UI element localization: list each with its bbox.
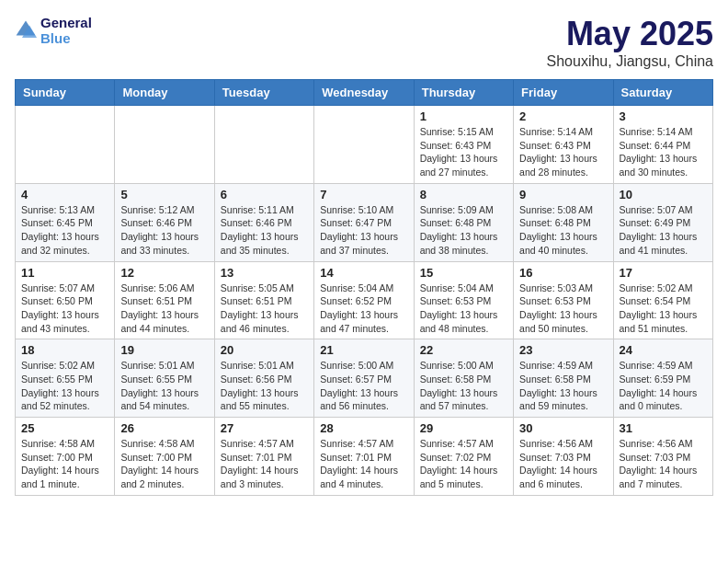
day-info: Sunrise: 5:05 AM Sunset: 6:51 PM Dayligh… bbox=[221, 282, 308, 336]
day-number: 8 bbox=[420, 188, 507, 201]
day-info: Sunrise: 4:59 AM Sunset: 6:59 PM Dayligh… bbox=[620, 359, 707, 413]
day-info: Sunrise: 5:01 AM Sunset: 6:56 PM Dayligh… bbox=[221, 359, 308, 413]
day-info: Sunrise: 5:08 AM Sunset: 6:48 PM Dayligh… bbox=[519, 203, 607, 258]
calendar-cell: 28Sunrise: 4:57 AM Sunset: 7:01 PM Dayli… bbox=[314, 418, 414, 496]
calendar-cell: 19Sunrise: 5:01 AM Sunset: 6:55 PM Dayli… bbox=[115, 339, 214, 418]
day-number: 26 bbox=[120, 421, 208, 435]
day-info: Sunrise: 5:02 AM Sunset: 6:54 PM Dayligh… bbox=[620, 282, 707, 336]
calendar-cell: 7Sunrise: 5:10 AM Sunset: 6:47 PM Daylig… bbox=[314, 183, 414, 261]
day-number: 5 bbox=[120, 188, 208, 201]
weekday-header-tuesday: Tuesday bbox=[214, 80, 313, 106]
day-info: Sunrise: 5:01 AM Sunset: 6:55 PM Dayligh… bbox=[120, 359, 208, 413]
day-number: 31 bbox=[620, 421, 707, 435]
calendar-cell: 25Sunrise: 4:58 AM Sunset: 7:00 PM Dayli… bbox=[16, 418, 115, 496]
day-number: 29 bbox=[420, 421, 507, 435]
weekday-header-saturday: Saturday bbox=[613, 80, 712, 106]
day-number: 11 bbox=[21, 266, 108, 280]
calendar-cell: 13Sunrise: 5:05 AM Sunset: 6:51 PM Dayli… bbox=[214, 261, 313, 339]
day-number: 9 bbox=[519, 188, 607, 201]
day-info: Sunrise: 5:03 AM Sunset: 6:53 PM Dayligh… bbox=[519, 282, 607, 336]
logo-text: General Blue bbox=[40, 15, 92, 46]
day-info: Sunrise: 5:00 AM Sunset: 6:57 PM Dayligh… bbox=[320, 359, 407, 413]
day-info: Sunrise: 4:57 AM Sunset: 7:01 PM Dayligh… bbox=[320, 437, 407, 491]
calendar-table: SundayMondayTuesdayWednesdayThursdayFrid… bbox=[15, 79, 713, 496]
calendar-cell: 20Sunrise: 5:01 AM Sunset: 6:56 PM Dayli… bbox=[214, 339, 313, 418]
day-info: Sunrise: 5:04 AM Sunset: 6:53 PM Dayligh… bbox=[420, 282, 507, 336]
calendar-cell: 2Sunrise: 5:14 AM Sunset: 6:43 PM Daylig… bbox=[514, 106, 613, 184]
day-info: Sunrise: 4:58 AM Sunset: 7:00 PM Dayligh… bbox=[21, 437, 108, 491]
day-number: 27 bbox=[221, 421, 308, 435]
calendar-cell: 22Sunrise: 5:00 AM Sunset: 6:58 PM Dayli… bbox=[414, 339, 513, 418]
day-info: Sunrise: 5:12 AM Sunset: 6:46 PM Dayligh… bbox=[120, 203, 208, 258]
calendar-cell: 31Sunrise: 4:56 AM Sunset: 7:03 PM Dayli… bbox=[613, 418, 712, 496]
calendar-cell: 29Sunrise: 4:57 AM Sunset: 7:02 PM Dayli… bbox=[414, 418, 513, 496]
location-subtitle: Shouxihu, Jiangsu, China bbox=[547, 53, 713, 70]
weekday-header-thursday: Thursday bbox=[414, 80, 513, 106]
day-info: Sunrise: 5:02 AM Sunset: 6:55 PM Dayligh… bbox=[21, 359, 108, 413]
day-number: 18 bbox=[21, 343, 108, 357]
calendar-cell: 5Sunrise: 5:12 AM Sunset: 6:46 PM Daylig… bbox=[115, 183, 214, 261]
calendar-week-3: 11Sunrise: 5:07 AM Sunset: 6:50 PM Dayli… bbox=[16, 261, 713, 339]
calendar-cell bbox=[16, 106, 115, 184]
calendar-cell: 9Sunrise: 5:08 AM Sunset: 6:48 PM Daylig… bbox=[514, 183, 613, 261]
day-number: 4 bbox=[21, 188, 108, 201]
calendar-cell: 27Sunrise: 4:57 AM Sunset: 7:01 PM Dayli… bbox=[214, 418, 313, 496]
calendar-cell: 14Sunrise: 5:04 AM Sunset: 6:52 PM Dayli… bbox=[314, 261, 414, 339]
calendar-cell: 12Sunrise: 5:06 AM Sunset: 6:51 PM Dayli… bbox=[115, 261, 214, 339]
day-number: 22 bbox=[420, 343, 507, 357]
day-info: Sunrise: 4:57 AM Sunset: 7:01 PM Dayligh… bbox=[221, 437, 308, 491]
day-number: 7 bbox=[320, 188, 407, 201]
day-info: Sunrise: 4:56 AM Sunset: 7:03 PM Dayligh… bbox=[620, 437, 707, 491]
calendar-cell: 8Sunrise: 5:09 AM Sunset: 6:48 PM Daylig… bbox=[414, 183, 513, 261]
calendar-week-2: 4Sunrise: 5:13 AM Sunset: 6:45 PM Daylig… bbox=[16, 183, 713, 261]
day-info: Sunrise: 5:11 AM Sunset: 6:46 PM Dayligh… bbox=[221, 203, 308, 258]
calendar-cell bbox=[214, 106, 313, 184]
calendar-cell: 21Sunrise: 5:00 AM Sunset: 6:57 PM Dayli… bbox=[314, 339, 414, 418]
day-number: 15 bbox=[420, 266, 507, 280]
calendar-cell: 26Sunrise: 4:58 AM Sunset: 7:00 PM Dayli… bbox=[115, 418, 214, 496]
weekday-header-sunday: Sunday bbox=[16, 80, 115, 106]
calendar-cell: 16Sunrise: 5:03 AM Sunset: 6:53 PM Dayli… bbox=[514, 261, 613, 339]
day-info: Sunrise: 5:10 AM Sunset: 6:47 PM Dayligh… bbox=[320, 203, 407, 258]
calendar-cell: 15Sunrise: 5:04 AM Sunset: 6:53 PM Dayli… bbox=[414, 261, 513, 339]
day-number: 2 bbox=[519, 109, 607, 123]
day-info: Sunrise: 5:07 AM Sunset: 6:50 PM Dayligh… bbox=[21, 282, 108, 336]
calendar-cell: 23Sunrise: 4:59 AM Sunset: 6:58 PM Dayli… bbox=[514, 339, 613, 418]
day-info: Sunrise: 5:00 AM Sunset: 6:58 PM Dayligh… bbox=[420, 359, 507, 413]
month-title: May 2025 bbox=[547, 15, 713, 53]
calendar-cell bbox=[314, 106, 414, 184]
page-header: General Blue May 2025 Shouxihu, Jiangsu,… bbox=[15, 15, 713, 70]
day-number: 28 bbox=[320, 421, 407, 435]
day-info: Sunrise: 5:14 AM Sunset: 6:43 PM Dayligh… bbox=[519, 125, 607, 179]
day-info: Sunrise: 5:07 AM Sunset: 6:49 PM Dayligh… bbox=[620, 203, 707, 258]
day-info: Sunrise: 4:57 AM Sunset: 7:02 PM Dayligh… bbox=[420, 437, 507, 491]
calendar-cell: 1Sunrise: 5:15 AM Sunset: 6:43 PM Daylig… bbox=[414, 106, 513, 184]
day-number: 21 bbox=[320, 343, 407, 357]
weekday-header-wednesday: Wednesday bbox=[314, 80, 414, 106]
calendar-cell: 3Sunrise: 5:14 AM Sunset: 6:44 PM Daylig… bbox=[613, 106, 712, 184]
calendar-week-1: 1Sunrise: 5:15 AM Sunset: 6:43 PM Daylig… bbox=[16, 106, 713, 184]
day-info: Sunrise: 5:13 AM Sunset: 6:45 PM Dayligh… bbox=[21, 203, 108, 258]
calendar-cell bbox=[115, 106, 214, 184]
day-info: Sunrise: 5:09 AM Sunset: 6:48 PM Dayligh… bbox=[420, 203, 507, 258]
calendar-cell: 30Sunrise: 4:56 AM Sunset: 7:03 PM Dayli… bbox=[514, 418, 613, 496]
day-number: 14 bbox=[320, 266, 407, 280]
day-info: Sunrise: 4:59 AM Sunset: 6:58 PM Dayligh… bbox=[519, 359, 607, 413]
title-block: May 2025 Shouxihu, Jiangsu, China bbox=[547, 15, 713, 70]
day-number: 24 bbox=[620, 343, 707, 357]
calendar-cell: 10Sunrise: 5:07 AM Sunset: 6:49 PM Dayli… bbox=[613, 183, 712, 261]
calendar-cell: 6Sunrise: 5:11 AM Sunset: 6:46 PM Daylig… bbox=[214, 183, 313, 261]
calendar-cell: 4Sunrise: 5:13 AM Sunset: 6:45 PM Daylig… bbox=[16, 183, 115, 261]
logo: General Blue bbox=[15, 15, 92, 46]
day-number: 17 bbox=[620, 266, 707, 280]
day-info: Sunrise: 4:58 AM Sunset: 7:00 PM Dayligh… bbox=[120, 437, 208, 491]
day-number: 13 bbox=[221, 266, 308, 280]
calendar-cell: 11Sunrise: 5:07 AM Sunset: 6:50 PM Dayli… bbox=[16, 261, 115, 339]
calendar-week-5: 25Sunrise: 4:58 AM Sunset: 7:00 PM Dayli… bbox=[16, 418, 713, 496]
weekday-header-friday: Friday bbox=[514, 80, 613, 106]
day-number: 10 bbox=[620, 188, 707, 201]
calendar-header-row: SundayMondayTuesdayWednesdayThursdayFrid… bbox=[16, 80, 713, 106]
day-number: 30 bbox=[519, 421, 607, 435]
calendar-cell: 24Sunrise: 4:59 AM Sunset: 6:59 PM Dayli… bbox=[613, 339, 712, 418]
calendar-week-4: 18Sunrise: 5:02 AM Sunset: 6:55 PM Dayli… bbox=[16, 339, 713, 418]
